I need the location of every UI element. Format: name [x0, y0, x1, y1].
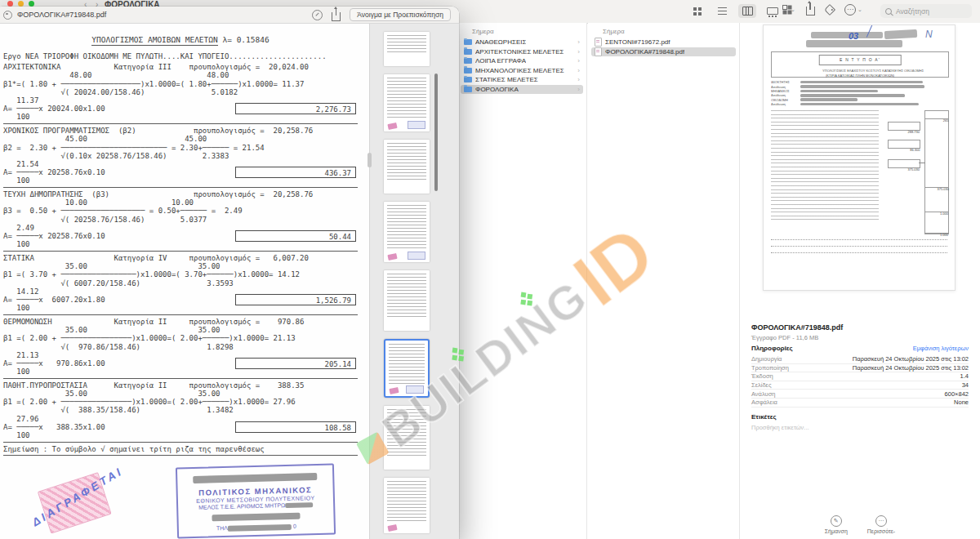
info-label: Τροποποίηση	[751, 364, 789, 372]
page-thumbnail[interactable]	[384, 406, 430, 470]
show-less-link[interactable]: Εμφάνιση λιγότερων	[913, 345, 969, 352]
tag-icon[interactable]	[824, 3, 835, 15]
thumbnail-content	[387, 205, 426, 251]
thumbnail-content	[387, 274, 426, 319]
thumbnail-stamp	[387, 122, 397, 130]
page-thumbnail[interactable]	[384, 74, 430, 131]
file-row[interactable]: ΦΟΡΟΛΟΓΙΚΑ#719848.pdf	[591, 47, 736, 57]
tags-input-placeholder[interactable]: Προσθήκη ετικετών...	[751, 424, 809, 431]
folder-icon	[464, 87, 472, 92]
dotted-line	[771, 239, 947, 240]
search-icon	[885, 8, 892, 15]
thumbnail-stamp	[387, 253, 397, 261]
preview-actions: ✎ Σήμανση ⋯ Περισσότε-	[740, 515, 980, 534]
folder-row[interactable]: ΑΝΑΘΕΩΡΗΣΕΙΣ›	[461, 38, 583, 47]
ellipsis-icon: ⋯	[844, 4, 856, 16]
thumbnail-stamp-blue	[408, 252, 425, 260]
gallery-view-button[interactable]	[764, 4, 782, 18]
form-labels: ΙΔΙΟΚΤΗΤΗΣΔιεύθυνσηΜΗΧΑΝΙΚΟΣΔιεύθυνσηΟΙΚ…	[771, 80, 947, 106]
doc-title: ΥΠΟΛΟΓΙΣΜΟΣ ΑΜΟΙΒΩΝ ΜΕΛΕΤΩΝ λ= 0.15846	[3, 35, 358, 45]
doc-amount-row: 27.96 A= ─────x 388.35x1.00 100108.58	[3, 415, 358, 440]
file-row[interactable]: ΣΕΝΤΟΝΙ#719672.pdf	[591, 38, 736, 47]
doc-result-box: 205.14	[235, 358, 356, 369]
markup-icon: ✎	[831, 515, 842, 527]
folder-row[interactable]: ΦΟΡΟΛΟΓΙΚΑ›	[461, 85, 583, 95]
doc-amount-row: 14.12 A= ─────x 6007.20x1.80 1001,526.79	[3, 287, 358, 313]
zoom-button[interactable]	[29, 1, 34, 7]
column-group-header: Σήμερα	[457, 23, 586, 38]
gallery-icon	[767, 7, 778, 15]
close-button[interactable]	[7, 1, 13, 7]
info-row: ΤροποποίησηΠαρασκευή 24 Οκτωβρίου 2025 σ…	[751, 364, 969, 373]
page-thumbnail[interactable]	[384, 202, 430, 262]
folder-row[interactable]: ΣΤΑΤΙΚΕΣ ΜΕΛΕΤΕΣ›	[461, 75, 583, 85]
minimize-button[interactable]	[18, 1, 24, 7]
sidebar-scrollbar[interactable]	[434, 74, 438, 191]
folder-row[interactable]: ΜΗΧΑΝΟΛΟΓΙΚΕΣ ΜΕΛΕΤΕΣ›	[461, 66, 583, 76]
page-thumbnail[interactable]	[384, 478, 430, 533]
share-icon[interactable]	[806, 7, 815, 16]
icon-view-button[interactable]	[688, 4, 706, 18]
thumbnail-content	[387, 78, 426, 120]
more-button[interactable]: ⋯ Περισσότε-	[867, 515, 895, 534]
folder-row[interactable]: ΑΡΧΙΤΕΚΤΟΝΙΚΕΣ ΜΕΛΕΤΕΣ›	[461, 47, 583, 57]
pdf-file-icon	[595, 38, 602, 47]
tags-section-title: Ετικέτες	[751, 413, 777, 421]
page-thumbnail[interactable]	[384, 270, 430, 331]
share-icon[interactable]	[332, 12, 341, 21]
info-value: 34	[962, 381, 969, 389]
document-preview-thumbnail[interactable]: 03 N Ε Ν Τ Υ Π Ο Α' ΥΠΟΛΟΓΙΣΜΟΣ ΕΛΑΧΙΣΤΟ…	[763, 24, 956, 291]
column-view-button[interactable]	[738, 4, 756, 18]
list-view-button[interactable]	[713, 4, 731, 18]
column-group-header: Σήμερα	[588, 23, 739, 38]
quicklook-titlebar: ΦΟΡΟΛΟΓΙΚΑ#719848.pdf Άνοιγμα με Προεπισ…	[0, 7, 459, 24]
form-value-cell: 1.000	[925, 225, 948, 234]
pdf-file-icon	[595, 47, 602, 56]
page-thumbnail[interactable]	[384, 32, 430, 66]
thumbnail-content	[387, 35, 426, 55]
item-label: ΜΗΧΑΝΟΛΟΓΙΚΕΣ ΜΕΛΕΤΕΣ	[475, 67, 564, 74]
redaction-bar	[800, 85, 924, 88]
sidebar-resize-handle[interactable]	[368, 153, 372, 167]
info-row: Ανάλυση600×842	[751, 390, 969, 399]
doc-section-formula: ΤΕΥΧΗ ΔΗΜΟΠΡΑΤΗΣΗΣ (β3) προυπολογισμός =…	[3, 190, 358, 224]
info-label: Ανάλυση	[751, 390, 775, 398]
folder-icon	[464, 58, 472, 64]
info-label: Δημιουργία	[751, 355, 782, 363]
toolbar-actions: ⌄ ⋯⌄	[782, 3, 862, 16]
group-by-button[interactable]: ⌄	[782, 7, 795, 13]
info-value: Παρασκευή 24 Οκτωβρίου 2025 στις 13:02	[853, 355, 969, 363]
fullscreen-icon[interactable]	[312, 10, 323, 20]
info-table: ΔημιουργίαΠαρασκευή 24 Οκτωβρίου 2025 στ…	[751, 355, 969, 408]
thumbnail-stamp	[387, 524, 397, 532]
thumbnail-stamp	[389, 387, 399, 394]
page-thumbnail-selected[interactable]	[384, 339, 430, 398]
column-divider[interactable]	[586, 23, 587, 539]
form-label-row: Διεύθυνση	[771, 102, 947, 106]
ellipsis-icon: ⋯	[875, 515, 887, 527]
thumbnail-content	[389, 344, 425, 385]
more-actions-button[interactable]: ⋯⌄	[844, 4, 862, 16]
markup-button[interactable]: ✎ Σήμανση	[825, 515, 848, 534]
item-label: ΦΟΡΟΛΟΓΙΚΑ	[475, 86, 519, 93]
redaction-bar	[800, 90, 878, 93]
document-proxy-icon	[3, 11, 12, 20]
chevron-right-icon: ›	[577, 57, 580, 65]
search-field[interactable]: Αναζήτηση	[880, 4, 972, 18]
thumbnail-stamp-blue	[406, 385, 424, 394]
page-thumbnail[interactable]	[384, 140, 430, 194]
doc-section-formula: ΘΕΡΜΟΜΟΝΩΣΗ Κατηγορία II προυπολογισμός …	[3, 318, 358, 351]
doc-result-box: 436.37	[235, 167, 356, 178]
doc-section-formula: ΧΡΟΝΙΚΟΣ ΠΡΟΓΡΑΜΜΑΤΙΣΜΟΣ (β2) προυπολογι…	[3, 127, 358, 160]
item-label: ΣΕΝΤΟΝΙ#719672.pdf	[605, 38, 670, 46]
folder-row[interactable]: ΛΟΙΠΑ ΕΓΓΡΑΦΑ›	[461, 56, 583, 66]
form-value-cell: 375.030	[925, 180, 948, 188]
chevron-right-icon: ›	[577, 86, 580, 93]
info-row: Σελίδες34	[751, 381, 969, 390]
redaction-bar	[800, 98, 858, 101]
open-with-preview-button[interactable]: Άνοιγμα με Προεπισκόπηση	[350, 8, 451, 21]
screen: ‹ › ΦΟΡΟΛΟΓΙΚΑ ⌄ ⋯⌄ Αναζήτηση Σήμερα ΑΝΑ…	[0, 0, 980, 539]
doc-section-formula: ΠΑΘΗΤ.ΠΥΡΟΠΡΟΣΤΑΣΙΑ Κατηγορία II προυπολ…	[3, 381, 358, 415]
stamp-number: 03	[849, 31, 858, 41]
info-value: None	[954, 399, 969, 406]
